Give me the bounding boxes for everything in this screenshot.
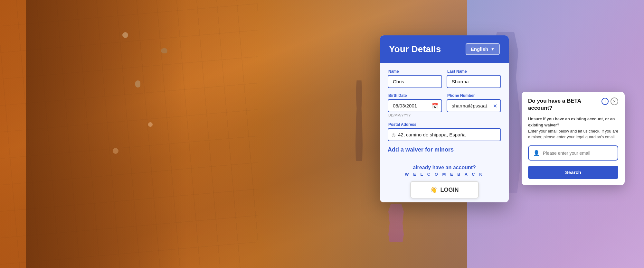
details-panel: Your Details English ▼ Name Last Name Bi…: [380, 35, 509, 202]
calendar-icon[interactable]: 📅: [432, 103, 438, 109]
phone-label: Phone Number: [447, 93, 501, 98]
search-button[interactable]: Search: [528, 166, 618, 179]
last-name-input[interactable]: [447, 75, 501, 88]
name-row: Name Last Name: [388, 69, 501, 88]
postal-row: Postal Address ◎: [388, 122, 501, 141]
phone-field: Phone Number ✕: [447, 93, 501, 117]
postal-field: Postal Address ◎: [388, 122, 501, 141]
info-icon: i: [601, 98, 609, 105]
postal-wrapper: ◎: [388, 128, 501, 141]
chevron-down-icon: ▼: [491, 47, 495, 51]
panel-title: Your Details: [389, 44, 441, 54]
email-input-wrapper: 👤: [528, 145, 618, 161]
panel-header: Your Details English ▼: [380, 35, 509, 63]
name-label: Name: [388, 69, 442, 74]
modal-description-bold: Unsure if you have an existing account, …: [528, 117, 615, 127]
language-selector[interactable]: English ▼: [466, 43, 500, 55]
language-label: English: [471, 46, 488, 52]
modal-header: Do you have a BETA account? i ×: [522, 92, 625, 116]
last-name-field: Last Name: [447, 69, 501, 88]
birth-date-hint: DD/MM/YYYY: [388, 113, 442, 117]
login-emoji: 👋: [430, 186, 437, 193]
close-button[interactable]: ×: [611, 97, 618, 105]
phone-wrapper: ✕: [447, 99, 501, 112]
postal-label: Postal Address: [388, 122, 501, 127]
birth-date-label: Birth Date: [388, 93, 442, 98]
add-waiver-link[interactable]: Add a waiver for minors: [388, 146, 501, 153]
clear-icon[interactable]: ✕: [493, 103, 497, 109]
modal-header-right: i ×: [600, 97, 618, 105]
birth-date-wrapper: 📅: [388, 99, 442, 112]
name-input[interactable]: [388, 75, 442, 88]
name-field: Name: [388, 69, 442, 88]
beta-modal: Do you have a BETA account? i × Unsure i…: [522, 92, 625, 185]
panel-body: Name Last Name Birth Date 📅 DD/MM/YYYY P…: [380, 63, 509, 160]
login-button[interactable]: 👋 LOGIN: [410, 181, 479, 199]
login-label: LOGIN: [440, 187, 459, 193]
birth-date-field: Birth Date 📅 DD/MM/YYYY: [388, 93, 442, 117]
location-icon: ◎: [392, 132, 395, 137]
modal-description: Unsure if you have an existing account, …: [528, 116, 618, 140]
email-input[interactable]: [543, 151, 613, 156]
modal-body: Unsure if you have an existing account, …: [522, 116, 625, 185]
welcome-back-text: W E L C O M E B A C K: [388, 172, 501, 177]
person-icon: 👤: [533, 150, 540, 156]
modal-description-text: Enter your email below and let us check.…: [528, 129, 618, 140]
birth-phone-row: Birth Date 📅 DD/MM/YYYY Phone Number ✕: [388, 93, 501, 117]
already-account-section: already have an account? W E L C O M E B…: [380, 160, 509, 202]
already-account-text: already have an account?: [388, 165, 501, 171]
modal-title: Do you have a BETA account?: [528, 97, 600, 112]
last-name-label: Last Name: [447, 69, 501, 74]
postal-input[interactable]: [388, 128, 501, 141]
